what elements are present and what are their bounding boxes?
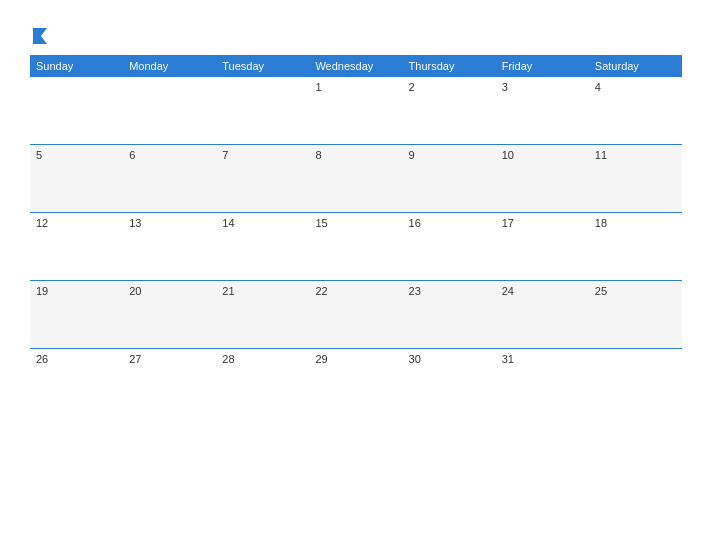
day-number: 16	[409, 217, 421, 229]
day-number: 17	[502, 217, 514, 229]
day-number: 5	[36, 149, 42, 161]
day-number: 29	[315, 353, 327, 365]
calendar-cell: 11	[589, 145, 682, 213]
day-number: 15	[315, 217, 327, 229]
calendar-cell: 10	[496, 145, 589, 213]
day-number: 4	[595, 81, 601, 93]
calendar-cell: 5	[30, 145, 123, 213]
day-number: 24	[502, 285, 514, 297]
logo-flag-icon	[31, 26, 49, 44]
calendar-cell: 25	[589, 281, 682, 349]
day-number: 20	[129, 285, 141, 297]
day-number: 19	[36, 285, 48, 297]
calendar-cell: 12	[30, 213, 123, 281]
calendar-cell: 6	[123, 145, 216, 213]
calendar-cell: 9	[403, 145, 496, 213]
day-number: 31	[502, 353, 514, 365]
day-number: 27	[129, 353, 141, 365]
calendar-cell: 15	[309, 213, 402, 281]
day-number: 7	[222, 149, 228, 161]
calendar-cell: 8	[309, 145, 402, 213]
day-number: 2	[409, 81, 415, 93]
calendar-week-row: 262728293031	[30, 349, 682, 417]
calendar-cell: 14	[216, 213, 309, 281]
day-header-tuesday: Tuesday	[216, 55, 309, 77]
day-header-monday: Monday	[123, 55, 216, 77]
calendar-cell	[30, 77, 123, 145]
calendar-week-row: 567891011	[30, 145, 682, 213]
calendar-cell: 21	[216, 281, 309, 349]
calendar-table: SundayMondayTuesdayWednesdayThursdayFrid…	[30, 55, 682, 417]
day-number: 22	[315, 285, 327, 297]
day-number: 28	[222, 353, 234, 365]
day-number: 12	[36, 217, 48, 229]
day-number: 8	[315, 149, 321, 161]
calendar-cell: 1	[309, 77, 402, 145]
calendar-cell: 22	[309, 281, 402, 349]
calendar-cell: 31	[496, 349, 589, 417]
day-number: 6	[129, 149, 135, 161]
calendar-cell: 2	[403, 77, 496, 145]
day-number: 23	[409, 285, 421, 297]
svg-marker-0	[33, 28, 47, 44]
calendar-cell	[216, 77, 309, 145]
day-header-thursday: Thursday	[403, 55, 496, 77]
calendar-cell: 26	[30, 349, 123, 417]
logo	[30, 26, 49, 45]
day-header-wednesday: Wednesday	[309, 55, 402, 77]
calendar-cell: 29	[309, 349, 402, 417]
calendar-cell: 4	[589, 77, 682, 145]
day-number: 30	[409, 353, 421, 365]
calendar-cell: 28	[216, 349, 309, 417]
calendar-cell: 18	[589, 213, 682, 281]
calendar-week-row: 19202122232425	[30, 281, 682, 349]
day-header-friday: Friday	[496, 55, 589, 77]
calendar-cell: 7	[216, 145, 309, 213]
day-number: 13	[129, 217, 141, 229]
day-number: 14	[222, 217, 234, 229]
calendar-cell	[589, 349, 682, 417]
day-number: 3	[502, 81, 508, 93]
calendar-cell	[123, 77, 216, 145]
calendar-cell: 17	[496, 213, 589, 281]
calendar-cell: 3	[496, 77, 589, 145]
page-header	[30, 26, 682, 45]
day-number: 10	[502, 149, 514, 161]
calendar-cell: 24	[496, 281, 589, 349]
day-number: 11	[595, 149, 607, 161]
calendar-week-row: 12131415161718	[30, 213, 682, 281]
day-header-saturday: Saturday	[589, 55, 682, 77]
day-number: 21	[222, 285, 234, 297]
calendar-cell: 30	[403, 349, 496, 417]
calendar-page: SundayMondayTuesdayWednesdayThursdayFrid…	[10, 10, 702, 540]
calendar-cell: 27	[123, 349, 216, 417]
calendar-week-row: 1234	[30, 77, 682, 145]
calendar-cell: 20	[123, 281, 216, 349]
calendar-header-row: SundayMondayTuesdayWednesdayThursdayFrid…	[30, 55, 682, 77]
calendar-cell: 13	[123, 213, 216, 281]
day-number: 25	[595, 285, 607, 297]
day-number: 18	[595, 217, 607, 229]
calendar-cell: 23	[403, 281, 496, 349]
day-header-sunday: Sunday	[30, 55, 123, 77]
day-number: 26	[36, 353, 48, 365]
calendar-cell: 16	[403, 213, 496, 281]
day-number: 9	[409, 149, 415, 161]
calendar-cell: 19	[30, 281, 123, 349]
day-number: 1	[315, 81, 321, 93]
